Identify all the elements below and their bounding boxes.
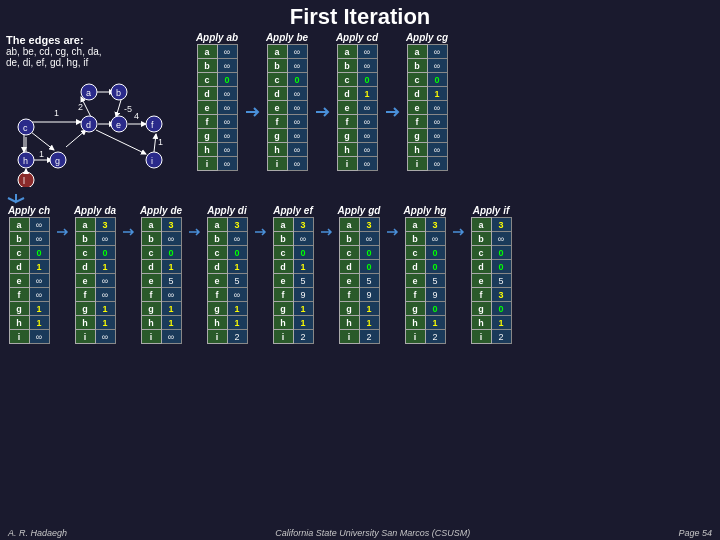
node-cell: h	[75, 316, 95, 330]
table-row: c0	[9, 246, 49, 260]
val-cell: ∞	[293, 232, 313, 246]
node-cell: f	[197, 115, 217, 129]
node-cell: h	[267, 143, 287, 157]
val-cell: ∞	[227, 232, 247, 246]
val-cell: 0	[425, 260, 445, 274]
node-cell: c	[339, 246, 359, 260]
node-cell: e	[141, 274, 161, 288]
table-row: h∞	[197, 143, 237, 157]
val-cell: ∞	[287, 59, 307, 73]
val-cell: ∞	[287, 115, 307, 129]
table-row: e∞	[197, 101, 237, 115]
node-cell: c	[197, 73, 217, 87]
val-cell: ∞	[29, 232, 49, 246]
node-cell: g	[197, 129, 217, 143]
val-cell: ∞	[427, 157, 447, 171]
node-cell: f	[337, 115, 357, 129]
node-cell: g	[337, 129, 357, 143]
node-cell: b	[339, 232, 359, 246]
table-row: f∞	[407, 115, 447, 129]
node-cell: h	[9, 316, 29, 330]
node-cell: d	[9, 260, 29, 274]
apply-table-hg: Apply hg a3 b∞ c0 d0 e5 f9 g0 h1 i2	[400, 205, 450, 344]
table-row: i∞	[267, 157, 307, 171]
val-cell: 1	[161, 316, 181, 330]
table-row: b∞	[273, 232, 313, 246]
table-row: b∞	[405, 232, 445, 246]
node-cell: i	[141, 330, 161, 344]
node-cell: d	[207, 260, 227, 274]
svg-line-17	[96, 130, 146, 154]
table-row: e∞	[75, 274, 115, 288]
val-cell: ∞	[29, 330, 49, 344]
val-cell: 1	[29, 260, 49, 274]
svg-text:h: h	[23, 156, 28, 166]
page: First Iteration The edges are: ab, be, c…	[0, 0, 720, 540]
down-arrow	[6, 192, 206, 204]
table-row: i2	[405, 330, 445, 344]
val-cell: 9	[293, 288, 313, 302]
node-cell: b	[471, 232, 491, 246]
apply-be-title: Apply be	[266, 32, 308, 43]
node-cell: d	[471, 260, 491, 274]
table-row: e5	[339, 274, 379, 288]
bot-arrow-2	[121, 205, 135, 239]
node-cell: h	[407, 143, 427, 157]
table-row: h∞	[407, 143, 447, 157]
node-cell: b	[267, 59, 287, 73]
apply-table-ab: Apply ab a∞ b∞ c0 d∞ e∞ f∞ g∞ h∞ i∞	[192, 32, 242, 171]
val-cell: 9	[359, 288, 379, 302]
node-cell: d	[405, 260, 425, 274]
table-row: e∞	[9, 274, 49, 288]
node-cell: a	[405, 218, 425, 232]
apply-cg-table: a∞ b∞ c0 d1 e∞ f∞ g∞ h∞ i∞	[407, 44, 448, 171]
table-row: g0	[471, 302, 511, 316]
table-row: g1	[273, 302, 313, 316]
apply-da-table: a3 b∞ c0 d1 e∞ f∞ g1 h1 i∞	[75, 217, 116, 344]
node-cell: c	[9, 246, 29, 260]
val-cell: 1	[95, 316, 115, 330]
table-row: c0	[405, 246, 445, 260]
val-cell: 2	[425, 330, 445, 344]
node-cell: a	[471, 218, 491, 232]
val-cell: ∞	[287, 143, 307, 157]
val-cell: 5	[491, 274, 511, 288]
table-row: e∞	[407, 101, 447, 115]
table-row: i∞	[197, 157, 237, 171]
node-cell: a	[273, 218, 293, 232]
table-row: c0	[471, 246, 511, 260]
svg-text:a: a	[86, 88, 91, 98]
node-cell: c	[405, 246, 425, 260]
arrow-2	[314, 32, 330, 171]
node-cell: d	[273, 260, 293, 274]
val-cell: ∞	[357, 59, 377, 73]
apply-di-title: Apply di	[207, 205, 246, 216]
table-row: d1	[207, 260, 247, 274]
table-row: b∞	[207, 232, 247, 246]
val-cell: 9	[425, 288, 445, 302]
apply-if-title: Apply if	[473, 205, 510, 216]
node-cell: b	[9, 232, 29, 246]
val-cell: ∞	[217, 157, 237, 171]
footer-author: A. R. Hadaegh	[8, 528, 67, 538]
table-row: d0	[471, 260, 511, 274]
node-cell: f	[339, 288, 359, 302]
node-cell: f	[75, 288, 95, 302]
table-row: a3	[405, 218, 445, 232]
edges-title: The edges are:	[6, 34, 186, 46]
bot-arrow-4	[253, 205, 267, 239]
apply-table-cg: Apply cg a∞ b∞ c0 d1 e∞ f∞ g∞ h∞ i∞	[402, 32, 452, 171]
node-cell: d	[75, 260, 95, 274]
node-cell: d	[337, 87, 357, 101]
apply-hg-title: Apply hg	[404, 205, 447, 216]
apply-table-ef: Apply ef a3 b∞ c0 d1 e5 f9 g1 h1 i2	[268, 205, 318, 344]
svg-text:1: 1	[39, 149, 44, 159]
svg-line-3	[66, 130, 86, 147]
val-cell: 1	[29, 316, 49, 330]
node-cell: a	[339, 218, 359, 232]
val-cell: 1	[293, 302, 313, 316]
node-cell: d	[339, 260, 359, 274]
val-cell: ∞	[29, 274, 49, 288]
svg-text:i: i	[151, 156, 153, 166]
node-cell: f	[407, 115, 427, 129]
